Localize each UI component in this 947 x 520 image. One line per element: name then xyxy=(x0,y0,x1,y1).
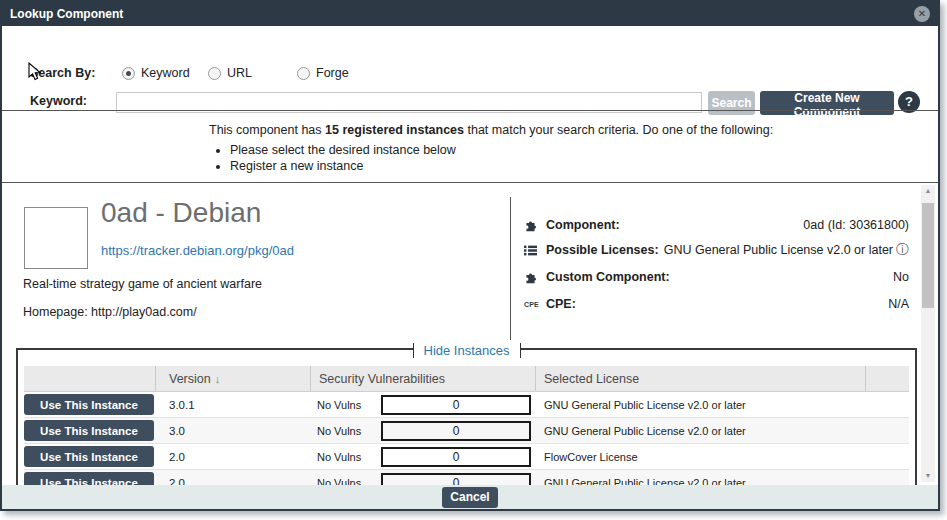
cpe-label: CPE: xyxy=(546,297,576,311)
header-version-label: Version xyxy=(169,372,211,386)
header-license-label: Selected License xyxy=(544,372,639,386)
list-icon xyxy=(524,244,546,257)
scroll-up-icon[interactable]: ▲ xyxy=(921,185,935,197)
instance-version: 3.0.1 xyxy=(156,399,311,411)
instances-table: Version ↓ Security Vulnerabilities Selec… xyxy=(24,366,909,485)
bullet-register-instance: Register a new instance xyxy=(230,159,456,173)
instance-license: FlowCover License xyxy=(536,451,866,463)
header-vulnerabilities-label: Security Vulnerabilities xyxy=(319,372,445,386)
radio-forge[interactable]: Forge xyxy=(297,66,349,80)
instance-row: Use This Instance 2.0 No Vulns 0 FlowCov… xyxy=(24,444,909,470)
detail-row-custom: Custom Component: No xyxy=(524,268,909,286)
header-vulnerabilities[interactable]: Security Vulnerabilities xyxy=(311,366,536,391)
message-section: This component has 15 registered instanc… xyxy=(2,111,938,182)
lookup-component-dialog: Lookup Component ✕ Search By: Keyword UR… xyxy=(0,0,940,511)
header-license[interactable]: Selected License xyxy=(536,366,866,391)
instances-panel: Hide Instances Version ↓ Security Vulner… xyxy=(16,348,917,485)
search-by-label: Search By: xyxy=(30,66,95,80)
radio-url[interactable]: URL xyxy=(208,66,252,80)
vulns-status: No Vulns xyxy=(317,477,375,486)
cancel-button[interactable]: Cancel xyxy=(442,487,498,508)
component-name: 0ad - Debian xyxy=(101,197,261,229)
table-header-row: Version ↓ Security Vulnerabilities Selec… xyxy=(24,366,909,392)
component-homepage: Homepage: http://play0ad.com/ xyxy=(23,305,197,319)
possible-licenses-label: Possible Licenses: xyxy=(546,243,659,257)
custom-component-value: No xyxy=(893,270,909,284)
radio-url-circle[interactable] xyxy=(208,67,221,80)
cpe-value: N/A xyxy=(888,297,909,311)
dialog-titlebar: Lookup Component ✕ xyxy=(2,2,938,26)
instance-version: 3.0 xyxy=(156,425,311,437)
vulns-status: No Vulns xyxy=(317,425,375,437)
hide-instances-toggle[interactable]: Hide Instances xyxy=(413,343,521,358)
use-this-instance-button[interactable]: Use This Instance xyxy=(24,472,154,485)
dialog-title: Lookup Component xyxy=(10,7,123,21)
sort-desc-icon: ↓ xyxy=(215,373,221,385)
vuln-count-box: 0 xyxy=(381,421,531,441)
possible-licenses-value: GNU General Public License v2.0 or later… xyxy=(664,241,909,259)
instance-row: Use This Instance 3.0 No Vulns 0 GNU Gen… xyxy=(24,418,909,444)
custom-component-label: Custom Component: xyxy=(546,270,670,284)
vulns-status: No Vulns xyxy=(317,399,375,411)
radio-forge-label: Forge xyxy=(316,66,349,80)
puzzle-icon xyxy=(524,271,546,284)
vuln-count-box: 0 xyxy=(381,447,531,467)
close-icon[interactable]: ✕ xyxy=(914,6,930,22)
message-bullet-list: Please select the desired instance below… xyxy=(214,143,456,175)
cpe-icon: CPE xyxy=(524,301,546,308)
license-text: GNU General Public License v2.0 or later xyxy=(664,243,893,257)
component-thumbnail xyxy=(24,207,88,269)
detail-row-component: Component: 0ad (Id: 30361800) xyxy=(524,216,909,234)
vertical-divider xyxy=(510,197,511,340)
use-this-instance-button[interactable]: Use This Instance xyxy=(24,420,154,441)
vuln-count-box: 0 xyxy=(381,473,531,486)
radio-keyword-circle[interactable] xyxy=(122,67,135,80)
hide-instances-legend: Hide Instances xyxy=(18,341,915,359)
use-this-instance-button[interactable]: Use This Instance xyxy=(24,446,154,467)
use-this-instance-button[interactable]: Use This Instance xyxy=(24,394,154,415)
vuln-count-box: 0 xyxy=(381,395,531,415)
radio-url-label: URL xyxy=(227,66,252,80)
cpe-glyph: CPE xyxy=(524,301,539,308)
vertical-scrollbar[interactable]: ▲ ▼ xyxy=(921,185,935,482)
component-id-label: Component: xyxy=(546,218,620,232)
component-content: 0ad - Debian https://tracker.debian.org/… xyxy=(2,183,938,485)
detail-row-licenses: Possible Licenses: GNU General Public Li… xyxy=(524,241,909,259)
message-count: 15 registered instances xyxy=(325,123,464,137)
scroll-down-icon[interactable]: ▼ xyxy=(921,470,935,482)
detail-row-cpe: CPE CPE: N/A xyxy=(524,295,909,313)
radio-keyword-label: Keyword xyxy=(141,66,190,80)
vulns-status: No Vulns xyxy=(317,451,375,463)
component-description: Real-time strategy game of ancient warfa… xyxy=(23,277,262,291)
message-prefix: This component has xyxy=(209,123,325,137)
instance-license: GNU General Public License v2.0 or later xyxy=(536,477,866,486)
component-id-value: 0ad (Id: 30361800) xyxy=(803,218,909,232)
scrollbar-thumb[interactable] xyxy=(922,203,934,308)
instance-license: GNU General Public License v2.0 or later xyxy=(536,425,866,437)
header-action-column xyxy=(24,366,156,391)
header-version[interactable]: Version ↓ xyxy=(156,366,311,391)
instance-version: 2.0 xyxy=(156,451,311,463)
instance-version: 2.0 xyxy=(156,477,311,486)
instance-row: Use This Instance 2.0 No Vulns 0 GNU Gen… xyxy=(24,470,909,485)
keyword-label: Keyword: xyxy=(30,94,87,108)
message-suffix: that match your search criteria. Do one … xyxy=(464,123,773,137)
search-section: Search By: Keyword URL Forge Keyword: Se… xyxy=(2,26,938,110)
radio-keyword[interactable]: Keyword xyxy=(122,66,190,80)
dialog-footer: Cancel xyxy=(2,485,938,509)
instance-row: Use This Instance 3.0.1 No Vulns 0 GNU G… xyxy=(24,392,909,418)
puzzle-icon xyxy=(524,219,546,232)
bullet-select-instance: Please select the desired instance below xyxy=(230,143,456,157)
instances-message: This component has 15 registered instanc… xyxy=(209,123,773,137)
radio-forge-circle[interactable] xyxy=(297,67,310,80)
component-link[interactable]: https://tracker.debian.org/pkg/0ad xyxy=(101,243,294,258)
instance-license: GNU General Public License v2.0 or later xyxy=(536,399,866,411)
header-spacer-column xyxy=(866,366,909,391)
info-icon[interactable]: ⓘ xyxy=(896,242,909,257)
